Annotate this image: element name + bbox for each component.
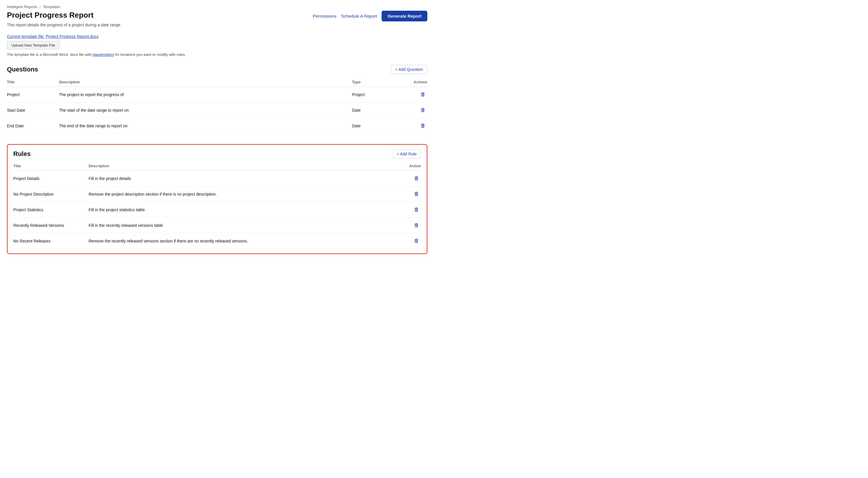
- page-title: Project Progress Report: [7, 11, 94, 20]
- add-question-button[interactable]: + Add Question: [391, 65, 427, 74]
- breadcrumb-part1[interactable]: Intelligent Reports: [7, 5, 37, 9]
- question-description: The end of the date range to report on: [59, 118, 352, 134]
- table-row: Project Statistics Fill in the project s…: [13, 202, 421, 218]
- rule-action: 🗑: [398, 171, 421, 186]
- rules-col-title: Title: [13, 161, 89, 171]
- table-row: No Recent Releases Remove the recently r…: [13, 233, 421, 249]
- rule-title: Project Details: [13, 171, 89, 186]
- template-filename[interactable]: Project Progress Report.docx: [46, 34, 99, 39]
- questions-table: Title Description Type Actions Project T…: [7, 77, 427, 134]
- delete-question-button[interactable]: 🗑: [418, 122, 427, 129]
- rule-title: No Recent Releases: [13, 233, 89, 249]
- question-title: End Date: [7, 118, 59, 134]
- delete-question-button[interactable]: 🗑: [418, 106, 427, 114]
- questions-title: Questions: [7, 66, 38, 73]
- header-actions: Permissions Schedule A Report Generate R…: [313, 11, 428, 22]
- question-type: Date: [352, 118, 398, 134]
- rule-description: Fill in the project statistics table.: [89, 202, 398, 218]
- rule-title: Project Statistics: [13, 202, 89, 218]
- breadcrumb-separator: /: [40, 5, 41, 9]
- questions-col-title: Title: [7, 77, 59, 87]
- questions-col-type: Type: [352, 77, 398, 87]
- template-label-text: Current template file:: [7, 34, 44, 39]
- page-description: This report details the progress of a pr…: [7, 23, 427, 27]
- rule-title: No Project Description: [13, 186, 89, 202]
- generate-report-button[interactable]: Generate Report: [381, 11, 427, 22]
- delete-rule-button[interactable]: 🗑: [412, 175, 421, 182]
- template-hint-text: The template file is a Microsoft Word .d…: [7, 52, 92, 57]
- table-row: Recently Released Versions Fill in the r…: [13, 218, 421, 233]
- rule-description: Remove the recently released versions se…: [89, 233, 398, 249]
- rules-title: Rules: [13, 150, 31, 158]
- questions-table-header-row: Title Description Type Actions: [7, 77, 427, 87]
- rules-col-action: Action: [398, 161, 421, 171]
- rule-action: 🗑: [398, 233, 421, 249]
- template-hint-text2: for locations you want to modify with ru…: [115, 52, 186, 57]
- question-type: Date: [352, 102, 398, 118]
- table-row: Project The project to report the progre…: [7, 87, 427, 102]
- rule-description: Remove the project description section i…: [89, 186, 398, 202]
- questions-col-actions: Actions: [398, 77, 427, 87]
- questions-section: Questions + Add Question Title Descripti…: [7, 65, 427, 134]
- permissions-button[interactable]: Permissions: [313, 12, 337, 20]
- template-section: Current template file: Project Progress …: [7, 34, 427, 57]
- rule-action: 🗑: [398, 218, 421, 233]
- question-description: The start of the date range to report on: [59, 102, 352, 118]
- question-actions: 🗑: [398, 118, 427, 134]
- question-title: Project: [7, 87, 59, 102]
- questions-section-header: Questions + Add Question: [7, 65, 427, 74]
- questions-col-description: Description: [59, 77, 352, 87]
- rules-section-header: Rules + Add Rule: [13, 149, 421, 159]
- breadcrumb-part2[interactable]: Templates: [43, 5, 60, 9]
- delete-rule-button[interactable]: 🗑: [412, 206, 421, 213]
- rule-title: Recently Released Versions: [13, 218, 89, 233]
- table-row: No Project Description Remove the projec…: [13, 186, 421, 202]
- rules-section: Rules + Add Rule Title Description Actio…: [7, 144, 427, 254]
- rule-action: 🗑: [398, 202, 421, 218]
- rules-table-header-row: Title Description Action: [13, 161, 421, 171]
- question-actions: 🗑: [398, 87, 427, 102]
- upload-template-button[interactable]: Upload New Template File: [7, 41, 60, 50]
- delete-rule-button[interactable]: 🗑: [412, 190, 421, 198]
- rules-col-description: Description: [89, 161, 398, 171]
- table-row: Project Details Fill in the project deta…: [13, 171, 421, 186]
- rule-description: Fill in the recently released versions t…: [89, 218, 398, 233]
- delete-rule-button[interactable]: 🗑: [412, 237, 421, 245]
- question-actions: 🗑: [398, 102, 427, 118]
- template-label: Current template file: Project Progress …: [7, 34, 427, 39]
- template-hint-link[interactable]: placeholders: [93, 52, 114, 57]
- delete-question-button[interactable]: 🗑: [418, 91, 427, 98]
- schedule-report-button[interactable]: Schedule A Report: [341, 12, 377, 20]
- rules-table: Title Description Action Project Details…: [13, 161, 421, 249]
- delete-rule-button[interactable]: 🗑: [412, 222, 421, 229]
- table-row: End Date The end of the date range to re…: [7, 118, 427, 134]
- question-title: Start Date: [7, 102, 59, 118]
- template-hint: The template file is a Microsoft Word .d…: [7, 52, 427, 57]
- rule-action: 🗑: [398, 186, 421, 202]
- add-rule-button[interactable]: + Add Rule: [392, 149, 421, 159]
- table-row: Start Date The start of the date range t…: [7, 102, 427, 118]
- rule-description: Fill in the project details: [89, 171, 398, 186]
- breadcrumb: Intelligent Reports / Templates: [7, 5, 427, 9]
- question-description: The project to report the progress of: [59, 87, 352, 102]
- question-type: Project: [352, 87, 398, 102]
